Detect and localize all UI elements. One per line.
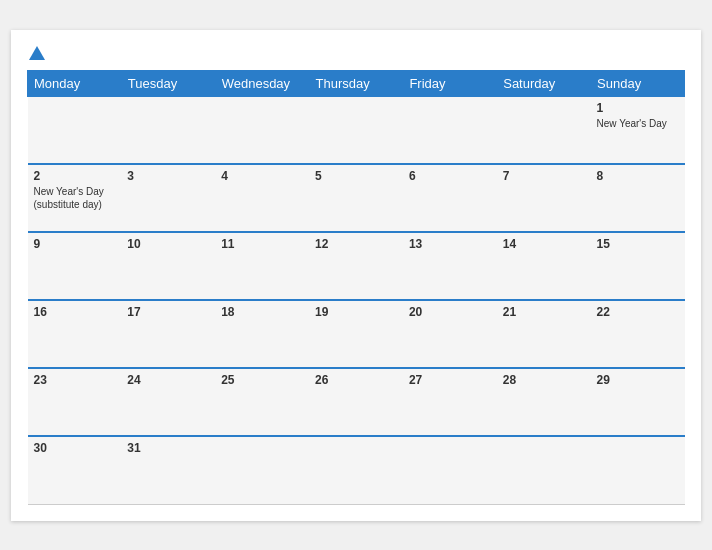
- calendar-cell: 15: [591, 232, 685, 300]
- calendar-cell: 5: [309, 164, 403, 232]
- calendar-cell: [591, 436, 685, 504]
- weekday-header-row: MondayTuesdayWednesdayThursdayFridaySatu…: [28, 70, 685, 96]
- week-row-5: 23242526272829: [28, 368, 685, 436]
- calendar-cell: 18: [215, 300, 309, 368]
- day-number: 26: [315, 373, 397, 387]
- calendar-grid: MondayTuesdayWednesdayThursdayFridaySatu…: [27, 70, 685, 505]
- day-number: 20: [409, 305, 491, 319]
- day-number: 31: [127, 441, 209, 455]
- day-number: 29: [597, 373, 679, 387]
- day-number: 18: [221, 305, 303, 319]
- day-number: 9: [34, 237, 116, 251]
- calendar-cell: [28, 96, 122, 164]
- day-number: 27: [409, 373, 491, 387]
- day-number: 17: [127, 305, 209, 319]
- weekday-header-tuesday: Tuesday: [121, 70, 215, 96]
- calendar-cell: 2New Year's Day(substitute day): [28, 164, 122, 232]
- calendar-container: MondayTuesdayWednesdayThursdayFridaySatu…: [11, 30, 701, 521]
- calendar-cell: 29: [591, 368, 685, 436]
- weekday-header-monday: Monday: [28, 70, 122, 96]
- day-number: 23: [34, 373, 116, 387]
- day-number: 4: [221, 169, 303, 183]
- calendar-cell: [497, 96, 591, 164]
- calendar-cell: 10: [121, 232, 215, 300]
- day-number: 1: [597, 101, 679, 115]
- day-number: 28: [503, 373, 585, 387]
- calendar-cell: [215, 96, 309, 164]
- calendar-cell: 11: [215, 232, 309, 300]
- day-number: 19: [315, 305, 397, 319]
- day-number: 5: [315, 169, 397, 183]
- calendar-cell: [497, 436, 591, 504]
- calendar-cell: [403, 436, 497, 504]
- day-number: 25: [221, 373, 303, 387]
- calendar-cell: 16: [28, 300, 122, 368]
- calendar-cell: 19: [309, 300, 403, 368]
- week-row-2: 2New Year's Day(substitute day)345678: [28, 164, 685, 232]
- calendar-cell: 21: [497, 300, 591, 368]
- calendar-cell: 12: [309, 232, 403, 300]
- weekday-header-friday: Friday: [403, 70, 497, 96]
- day-number: 2: [34, 169, 116, 183]
- calendar-cell: 14: [497, 232, 591, 300]
- weekday-header-sunday: Sunday: [591, 70, 685, 96]
- calendar-cell: 24: [121, 368, 215, 436]
- calendar-cell: 28: [497, 368, 591, 436]
- calendar-cell: 27: [403, 368, 497, 436]
- calendar-cell: 4: [215, 164, 309, 232]
- day-number: 11: [221, 237, 303, 251]
- week-row-3: 9101112131415: [28, 232, 685, 300]
- calendar-cell: 3: [121, 164, 215, 232]
- calendar-cell: 1New Year's Day: [591, 96, 685, 164]
- calendar-cell: 23: [28, 368, 122, 436]
- day-number: 21: [503, 305, 585, 319]
- calendar-cell: [309, 96, 403, 164]
- week-row-6: 3031: [28, 436, 685, 504]
- calendar-cell: [215, 436, 309, 504]
- weekday-header-wednesday: Wednesday: [215, 70, 309, 96]
- calendar-cell: 31: [121, 436, 215, 504]
- weekday-header-saturday: Saturday: [497, 70, 591, 96]
- holiday-name: New Year's Day: [34, 185, 116, 198]
- calendar-cell: 13: [403, 232, 497, 300]
- calendar-cell: 26: [309, 368, 403, 436]
- calendar-cell: 6: [403, 164, 497, 232]
- day-number: 6: [409, 169, 491, 183]
- holiday-name: (substitute day): [34, 198, 116, 211]
- holiday-name: New Year's Day: [597, 117, 679, 130]
- day-number: 24: [127, 373, 209, 387]
- day-number: 14: [503, 237, 585, 251]
- logo-triangle-icon: [29, 46, 45, 60]
- calendar-cell: [121, 96, 215, 164]
- day-number: 7: [503, 169, 585, 183]
- day-number: 3: [127, 169, 209, 183]
- calendar-cell: 8: [591, 164, 685, 232]
- weekday-header-thursday: Thursday: [309, 70, 403, 96]
- day-number: 8: [597, 169, 679, 183]
- day-number: 22: [597, 305, 679, 319]
- calendar-cell: 17: [121, 300, 215, 368]
- week-row-4: 16171819202122: [28, 300, 685, 368]
- logo: [27, 46, 45, 60]
- day-number: 10: [127, 237, 209, 251]
- calendar-cell: 22: [591, 300, 685, 368]
- day-number: 30: [34, 441, 116, 455]
- calendar-cell: [403, 96, 497, 164]
- calendar-cell: 20: [403, 300, 497, 368]
- day-number: 15: [597, 237, 679, 251]
- day-number: 12: [315, 237, 397, 251]
- week-row-1: 1New Year's Day: [28, 96, 685, 164]
- calendar-cell: 7: [497, 164, 591, 232]
- calendar-cell: 9: [28, 232, 122, 300]
- calendar-cell: [309, 436, 403, 504]
- calendar-cell: 25: [215, 368, 309, 436]
- day-number: 16: [34, 305, 116, 319]
- calendar-cell: 30: [28, 436, 122, 504]
- day-number: 13: [409, 237, 491, 251]
- calendar-header: [27, 46, 685, 60]
